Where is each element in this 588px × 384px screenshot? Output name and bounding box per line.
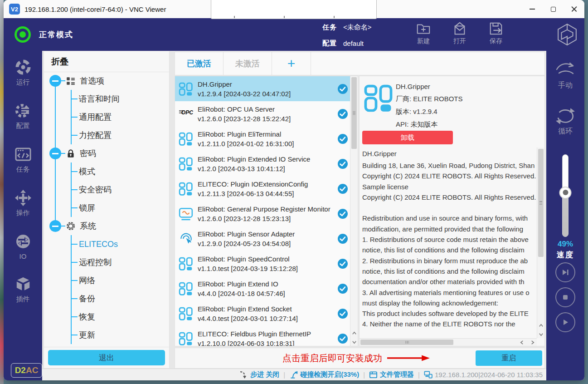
- tree-item[interactable]: 模式: [72, 162, 167, 181]
- speed-slider-knob[interactable]: [559, 187, 572, 199]
- scroll-right-button[interactable]: [529, 339, 536, 346]
- save-icon: [488, 21, 504, 37]
- nav-item-config[interactable]: 配置: [14, 102, 32, 130]
- plugin-row-text: EliRobot: Plugin Sensor Adapterv1.2.9.0 …: [198, 230, 335, 247]
- plugin-list-scrollbar[interactable]: [350, 76, 358, 346]
- tree-item[interactable]: 网络: [72, 271, 167, 290]
- tree-group-password[interactable]: 密码: [49, 144, 167, 162]
- nav-item-run[interactable]: 运行: [14, 58, 32, 87]
- plugin-name: EliRobot: OPC UA Server: [198, 105, 335, 113]
- window-title: 192.168.1.200 (intel-corei7-64:0) - VNC …: [24, 5, 166, 13]
- tree-item[interactable]: 力控配置: [72, 126, 167, 144]
- tab-activated[interactable]: 已激活: [175, 52, 224, 75]
- nav-item-io[interactable]: IO: [14, 232, 32, 260]
- status-files[interactable]: 文件管理器: [369, 370, 414, 379]
- check-badge-icon[interactable]: [337, 208, 348, 219]
- uninstall-button[interactable]: 卸载: [362, 131, 453, 144]
- tree-group-system[interactable]: 系统: [49, 217, 167, 235]
- nav-item-plugin[interactable]: 插件: [14, 275, 32, 304]
- tab-deactivated[interactable]: 未激活: [224, 52, 272, 75]
- vnc-toolbar-flyout[interactable]: [211, 0, 377, 19]
- plugin-row[interactable]: EliRobot: Plugin Extend Socketv4.4.0.tes…: [175, 301, 350, 326]
- check-badge-icon[interactable]: [337, 308, 348, 319]
- tree-group-label: 系统: [80, 221, 96, 231]
- add-plugin-tab[interactable]: +: [272, 52, 311, 75]
- d2ac-badge-right: AC: [26, 365, 38, 375]
- tree-group-label: 密码: [80, 148, 96, 159]
- header-action-label: 打开: [453, 37, 466, 45]
- restart-button[interactable]: 重启: [476, 350, 542, 366]
- plugin-row[interactable]: ELITECO: Plugin IOExtensionConfigv1.2.11…: [175, 176, 350, 201]
- collapse-node-icon[interactable]: [49, 220, 61, 232]
- plugin-row[interactable]: EliRobot: Plugin SpeedControlv1.1.0.test…: [175, 251, 350, 276]
- check-badge-icon[interactable]: [337, 108, 348, 119]
- manual-mode-button[interactable]: 手动: [546, 61, 584, 90]
- plugin-row[interactable]: ELITECO: Fieldbus Plugin EthernetIPv1.2.…: [175, 326, 350, 346]
- check-badge-icon[interactable]: [337, 233, 348, 244]
- plugin-row[interactable]: EliRobot: Plugin EliTerminalv1.2.11.0 [2…: [175, 126, 350, 151]
- license-horizontal-scrollbar[interactable]: [360, 338, 537, 346]
- tree-item[interactable]: 更新: [72, 326, 167, 344]
- plugin-version: v1.2.0 [2024-03-13 10:41:12]: [198, 165, 335, 172]
- tree-item-label: 更新: [79, 330, 95, 340]
- check-badge-icon[interactable]: [337, 283, 348, 294]
- check-badge-icon[interactable]: [337, 258, 348, 269]
- step-forward-button[interactable]: [555, 262, 575, 282]
- plugin-row-text: EliRobot: Plugin Extend IOv4.4.0 [2024-0…: [198, 280, 335, 297]
- tree-item[interactable]: 语言和时间: [72, 90, 167, 108]
- header-action-save[interactable]: 保存: [483, 21, 509, 45]
- maximize-button[interactable]: [543, 0, 564, 18]
- nav-item-jog[interactable]: 操作: [14, 189, 32, 217]
- minimize-button[interactable]: [522, 0, 543, 18]
- tree-group-label: 首选项: [80, 75, 104, 86]
- scroll-up-button[interactable]: [351, 330, 358, 337]
- scrollbar-thumb[interactable]: [351, 77, 357, 149]
- scroll-up-button[interactable]: [538, 322, 544, 329]
- scrollbar-thumb[interactable]: [360, 340, 453, 345]
- tree-item-label: 网络: [79, 275, 95, 286]
- tree-panel-title[interactable]: 折叠: [44, 51, 169, 72]
- scrollbar-thumb[interactable]: [538, 149, 544, 257]
- plugin-row[interactable]: EliRobot: Plugin Extend IOv4.4.0 [2024-0…: [175, 276, 350, 301]
- plugin-row[interactable]: EliRobot: General Purpose Register Monit…: [175, 201, 350, 226]
- cycle-mode-button[interactable]: 循环: [546, 107, 584, 136]
- plugin-row[interactable]: EliRobot: Plugin Extended IO Servicev1.2…: [175, 151, 350, 176]
- header-action-open[interactable]: 打开: [447, 21, 472, 45]
- nav-item-task[interactable]: 任务: [14, 145, 32, 174]
- tree-item[interactable]: ELITECOs: [72, 235, 167, 253]
- robot-mode-indicator[interactable]: 正常模式: [15, 18, 73, 51]
- header-action-new[interactable]: 新建: [411, 21, 436, 45]
- scroll-left-button[interactable]: [519, 339, 525, 346]
- check-badge-icon[interactable]: [337, 158, 348, 169]
- collapse-node-icon[interactable]: [49, 75, 61, 87]
- tree-item[interactable]: 锁屏: [72, 199, 167, 217]
- exit-button[interactable]: 退出: [48, 350, 165, 365]
- check-badge-icon[interactable]: [337, 183, 348, 194]
- plugin-row[interactable]: DH.Gripperv1.2.9.4 [2024-03-22 04:47:02]: [175, 76, 350, 101]
- scroll-down-button[interactable]: [351, 339, 358, 345]
- plugin-version: v1.2.9.4 [2024-03-22 04:47:02]: [198, 90, 335, 98]
- scroll-down-button[interactable]: [538, 331, 544, 338]
- close-button[interactable]: [564, 0, 584, 18]
- open-file-icon: [452, 21, 467, 37]
- header-action-label: 保存: [490, 37, 502, 45]
- speed-slider[interactable]: [562, 154, 569, 237]
- plugin-row[interactable]: EliRobot: Plugin Sensor Adapterv1.2.9.0 …: [175, 226, 350, 251]
- check-badge-icon[interactable]: [337, 84, 348, 94]
- license-vertical-scrollbar[interactable]: [537, 148, 544, 338]
- config-value: default: [343, 39, 364, 47]
- plugin-row[interactable]: OPCEliRobot: OPC UA Serverv1.2.6.0 [2023…: [175, 101, 350, 126]
- tree-group-preferences[interactable]: 首选项: [49, 72, 167, 90]
- tree-item[interactable]: 恢复: [72, 308, 167, 326]
- collapse-node-icon[interactable]: [49, 148, 61, 159]
- stop-button[interactable]: [555, 287, 575, 307]
- tree-item[interactable]: 通用配置: [72, 108, 167, 126]
- tree-item[interactable]: 备份: [72, 290, 167, 308]
- check-badge-icon[interactable]: [337, 333, 348, 344]
- check-badge-icon[interactable]: [337, 133, 348, 144]
- tree-item[interactable]: 安全密码: [72, 181, 167, 199]
- play-button[interactable]: [555, 312, 575, 332]
- settings-tree-panel: 折叠 首选项语言和时间通用配置力控配置密码模式安全密码锁屏系统ELITECOs远…: [44, 51, 170, 369]
- status-collision[interactable]: 碰撞检测开启(33%): [289, 370, 359, 379]
- tree-item[interactable]: 远程控制: [72, 253, 167, 271]
